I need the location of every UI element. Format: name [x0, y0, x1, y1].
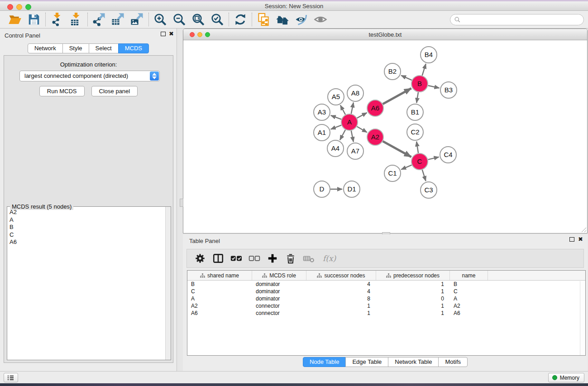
edge-B-B1[interactable] [416, 92, 418, 103]
edge-A-A2[interactable] [357, 127, 367, 133]
network-window-titlebar[interactable]: testGlobe.txt [183, 29, 587, 40]
memory-button[interactable]: Memory [548, 373, 584, 382]
table-cell[interactable]: 1 [376, 288, 450, 295]
table-cell[interactable]: 1 [306, 310, 376, 317]
table-cell[interactable]: A [450, 295, 488, 302]
split-view-icon[interactable] [212, 253, 224, 264]
table-cell[interactable]: dominator [252, 288, 306, 295]
result-scrollbar[interactable] [165, 207, 171, 360]
edge-A-A7[interactable] [351, 131, 354, 142]
graph-node-A6[interactable]: A6 [367, 100, 383, 116]
tab-mcds[interactable]: MCDS [118, 43, 149, 53]
edge-C-C4[interactable] [428, 157, 439, 160]
save-session-icon[interactable] [27, 13, 41, 26]
graph-node-A4[interactable]: A4 [327, 140, 344, 157]
tab-network-table[interactable]: Network Table [388, 357, 439, 367]
table-cell[interactable]: A [187, 295, 252, 302]
table-cell[interactable]: dominator [252, 295, 306, 302]
search-input[interactable] [450, 14, 584, 25]
result-list-item[interactable]: A6 [7, 238, 165, 246]
export-table-icon[interactable] [111, 13, 125, 26]
run-mcds-button[interactable]: Run MCDS [39, 86, 85, 96]
table-scrollbar[interactable] [580, 281, 585, 355]
graph-node-C3[interactable]: C3 [421, 182, 437, 198]
table-cell[interactable]: 0 [376, 295, 450, 302]
graph-node-C2[interactable]: C2 [407, 124, 423, 140]
graph-node-A[interactable]: A [341, 114, 358, 130]
export-network-icon[interactable] [92, 13, 106, 26]
graph-node-C[interactable]: C [411, 153, 428, 170]
table-cell[interactable]: 1 [376, 310, 450, 317]
table-cell[interactable]: C [187, 288, 252, 295]
graph-node-B2[interactable]: B2 [384, 63, 401, 80]
column-header-name[interactable]: name [450, 271, 488, 280]
graph-node-D[interactable]: D [314, 181, 330, 197]
table-row[interactable]: Bdominator41B [187, 281, 585, 288]
graph-node-B3[interactable]: B3 [440, 82, 457, 98]
tab-node-table[interactable]: Node Table [303, 357, 346, 367]
table-cell[interactable]: 1 [376, 302, 450, 310]
show-eye-icon[interactable] [314, 13, 327, 26]
graph-node-C1[interactable]: C1 [384, 165, 401, 181]
graph-node-A7[interactable]: A7 [347, 143, 363, 159]
tab-select[interactable]: Select [89, 43, 119, 53]
table-cell[interactable]: 4 [306, 288, 376, 295]
refresh-layout-icon[interactable] [234, 13, 247, 26]
float-panel-icon[interactable] [161, 32, 166, 36]
table-cell[interactable]: A2 [187, 302, 252, 310]
settings-gear-icon[interactable] [194, 253, 206, 264]
table-cell[interactable]: 8 [306, 295, 376, 302]
table-cell[interactable]: 1 [306, 302, 376, 310]
add-row-icon[interactable] [267, 253, 278, 264]
zoom-out-icon[interactable] [172, 13, 186, 26]
edge-A6-B[interactable] [383, 88, 411, 104]
home-icon[interactable] [276, 13, 289, 26]
table-cell[interactable]: connector [252, 310, 306, 317]
edge-A-A1[interactable] [331, 125, 342, 129]
tab-edge-table[interactable]: Edge Table [345, 357, 388, 367]
graph-node-B4[interactable]: B4 [421, 47, 437, 63]
result-list-item[interactable]: B [7, 224, 165, 231]
edge-A-A4[interactable] [340, 130, 345, 140]
tab-network[interactable]: Network [28, 43, 63, 53]
table-cell[interactable]: B [450, 281, 488, 288]
edge-B-B3[interactable] [428, 86, 440, 88]
import-network-icon[interactable] [50, 13, 64, 26]
edge-A-A8[interactable] [351, 103, 354, 114]
close-panel-button[interactable]: Close panel [91, 86, 138, 96]
zoom-fit-icon[interactable] [191, 13, 205, 26]
network-canvas[interactable]: AA1A2A3A4A5A6A7A8BB1B2B3B4CC1C2C3C4DD1 [183, 40, 587, 233]
zoom-selected-icon[interactable] [210, 13, 224, 26]
close-panel-icon[interactable]: ✖ [578, 237, 583, 242]
column-header-shared-name[interactable]: shared name [187, 271, 252, 280]
result-list-item[interactable]: A [7, 216, 165, 224]
edge-A-A6[interactable] [357, 113, 367, 118]
graph-node-A5[interactable]: A5 [328, 89, 344, 105]
network-file-icon[interactable] [257, 13, 270, 26]
edge-C-C2[interactable] [416, 142, 418, 153]
graph-node-A2[interactable]: A2 [367, 129, 383, 145]
edge-C-C3[interactable] [422, 170, 426, 181]
table-cell[interactable]: 1 [376, 281, 450, 288]
table-cell[interactable]: 4 [306, 281, 376, 288]
table-cell[interactable]: A6 [187, 310, 252, 317]
edge-A-A3[interactable] [331, 115, 341, 119]
result-list-item[interactable]: C [7, 231, 165, 239]
split-divider-thumb[interactable] [180, 199, 183, 207]
table-row[interactable]: A2connector11A2 [187, 302, 585, 310]
graph-node-D1[interactable]: D1 [344, 181, 360, 197]
graph-node-C4[interactable]: C4 [440, 147, 456, 163]
edge-A2-C[interactable] [383, 141, 411, 157]
graph-node-B[interactable]: B [411, 76, 428, 92]
open-session-icon[interactable] [8, 13, 22, 26]
result-list-item[interactable]: A2 [7, 209, 165, 216]
column-header-predecessor-nodes[interactable]: predecessor nodes [376, 271, 450, 280]
task-history-button[interactable] [4, 373, 18, 382]
table-cell[interactable]: A2 [450, 302, 488, 310]
edge-A-A5[interactable] [340, 105, 345, 115]
table-row[interactable]: Adominator80A [187, 295, 585, 302]
table-row[interactable]: Cdominator41C [187, 288, 585, 295]
float-panel-icon[interactable] [569, 237, 574, 242]
graph-node-A3[interactable]: A3 [314, 104, 330, 120]
tab-motifs[interactable]: Motifs [438, 357, 468, 367]
